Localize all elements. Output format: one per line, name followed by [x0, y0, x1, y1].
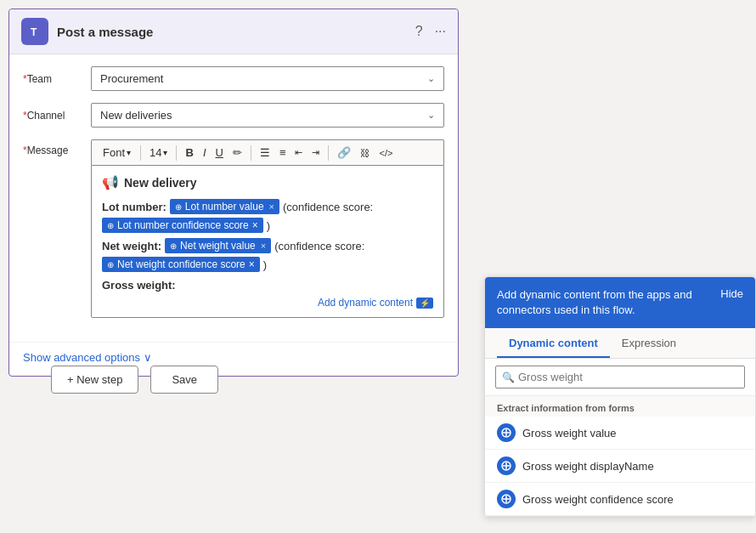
bullet-list-button[interactable]: ☰: [257, 145, 274, 161]
dynamic-content-panel: Add dynamic content from the apps and co…: [484, 276, 756, 517]
header-right: ? ···: [415, 24, 446, 39]
tab-dynamic-content[interactable]: Dynamic content: [497, 328, 610, 358]
net-value-globe-icon: ⊕: [170, 241, 177, 251]
net-close-paren: ): [263, 258, 267, 271]
team-select[interactable]: Procurement ⌄: [91, 66, 444, 91]
net-confidence-line: ⊕ Net weight confidence score × ): [102, 257, 433, 272]
message-editor-wrapper: Font ▾ 14 ▾ B I U ✏ ☰ ≡ ⇤: [91, 139, 444, 318]
link-button[interactable]: 🔗: [334, 145, 354, 161]
team-value: Procurement: [100, 72, 163, 85]
lot-value-text: Lot number value: [185, 201, 264, 213]
size-chevron-icon: ▾: [163, 148, 167, 157]
list-item[interactable]: Gross weight value: [485, 417, 755, 450]
announcement-text: New delivery: [124, 176, 197, 190]
list-item[interactable]: Gross weight displayName: [485, 450, 755, 483]
panel-section-label: Extract information from forms: [485, 396, 755, 417]
highlight-button[interactable]: ✏: [229, 145, 245, 161]
lot-close-paren: ): [267, 219, 270, 232]
add-dynamic-button[interactable]: Add dynamic content ⚡: [318, 297, 433, 309]
item-label-1: Gross weight value: [522, 427, 617, 439]
remove-link-button[interactable]: ⛓: [357, 146, 373, 160]
toolbar-sep-3: [251, 145, 251, 161]
header-left: T Post a message: [21, 18, 153, 45]
lot-confidence-globe-icon: ⊕: [107, 221, 114, 230]
new-step-label: + New step: [67, 373, 122, 386]
lot-confidence-tag: ⊕ Lot number confidence score ×: [102, 218, 263, 233]
panel-list: Extract information from forms Gross wei…: [485, 396, 755, 516]
search-input[interactable]: [495, 366, 745, 388]
new-step-button[interactable]: + New step: [51, 366, 138, 394]
panel-tabs: Dynamic content Expression: [485, 328, 755, 359]
font-size-label: 14: [150, 146, 161, 159]
net-weight-line: Net weight: ⊕ Net weight value × (confid…: [102, 238, 433, 253]
size-selector[interactable]: 14 ▾: [146, 145, 171, 161]
underline-button[interactable]: U: [212, 145, 227, 161]
panel-search-area: 🔍: [485, 359, 755, 396]
lot-value-close-icon[interactable]: ×: [269, 201, 274, 212]
card-title: Post a message: [57, 25, 153, 39]
font-chevron-icon: ▾: [127, 148, 131, 157]
font-selector[interactable]: Font ▾: [99, 144, 135, 162]
message-label: *Message: [23, 139, 91, 156]
net-confidence-globe-icon: ⊕: [107, 260, 114, 269]
net-value-tag: ⊕ Net weight value ×: [165, 238, 271, 253]
font-label: Font: [103, 146, 125, 159]
lot-number-line: Lot number: ⊕ Lot number value × (confid…: [102, 199, 433, 214]
toolbar-sep-4: [328, 145, 329, 161]
net-confidence-tag: ⊕ Net weight confidence score ×: [102, 257, 260, 272]
dynamic-badge-icon: ⚡: [416, 298, 433, 309]
teams-logo: T: [21, 18, 48, 45]
main-card: T Post a message ? ··· *Team Procurement…: [8, 9, 459, 377]
save-button[interactable]: Save: [150, 366, 218, 394]
editor-toolbar: Font ▾ 14 ▾ B I U ✏ ☰ ≡ ⇤: [91, 139, 444, 165]
message-row: *Message Font ▾ 14 ▾ B I: [23, 139, 444, 318]
channel-chevron-icon: ⌄: [427, 110, 435, 121]
channel-row: *Channel New deliveries ⌄: [23, 103, 444, 128]
panel-header-text: Add dynamic content from the apps and co…: [497, 287, 692, 318]
item-label-3: Gross weight confidence score: [522, 493, 674, 506]
net-value-text: Net weight value: [180, 240, 256, 252]
advanced-options-label: Show advanced options: [23, 351, 140, 364]
add-dynamic-row: Add dynamic content ⚡: [102, 297, 433, 309]
net-weight-label: Net weight:: [102, 240, 161, 252]
item-label-2: Gross weight displayName: [522, 460, 654, 473]
net-confidence-score-text: (confidence score:: [274, 240, 364, 252]
toolbar-sep-1: [140, 145, 141, 161]
team-chevron-icon: ⌄: [427, 73, 435, 84]
gross-weight-label: Gross weight:: [102, 279, 433, 292]
team-row: *Team Procurement ⌄: [23, 66, 444, 91]
confidence-score-text-1: (confidence score:: [283, 201, 373, 213]
item-icon-3: [497, 490, 516, 508]
toolbar-sep-2: [176, 145, 177, 161]
net-value-close-icon[interactable]: ×: [261, 241, 266, 251]
panel-header: Add dynamic content from the apps and co…: [485, 277, 755, 328]
italic-button[interactable]: I: [200, 145, 210, 161]
lot-confidence-line: ⊕ Lot number confidence score × ): [102, 218, 433, 233]
channel-label: *Channel: [23, 103, 91, 122]
more-options-icon[interactable]: ···: [435, 24, 446, 39]
help-icon[interactable]: ?: [415, 24, 423, 39]
lot-confidence-text: Lot number confidence score: [117, 219, 249, 231]
indent-button[interactable]: ⇥: [308, 145, 323, 160]
lot-confidence-close-icon[interactable]: ×: [252, 219, 258, 231]
tab-expression[interactable]: Expression: [610, 328, 688, 358]
net-confidence-close-icon[interactable]: ×: [249, 258, 255, 270]
net-confidence-text: Net weight confidence score: [117, 258, 245, 270]
bold-button[interactable]: B: [182, 145, 196, 161]
editor-announcement: 📢 New delivery: [102, 174, 433, 190]
panel-hide-button[interactable]: Hide: [720, 287, 743, 300]
number-list-button[interactable]: ≡: [276, 145, 290, 161]
lot-value-tag: ⊕ Lot number value ×: [170, 199, 279, 214]
lot-number-label: Lot number:: [102, 201, 166, 213]
lot-value-globe-icon: ⊕: [175, 202, 182, 212]
list-item[interactable]: Gross weight confidence score: [485, 483, 755, 516]
svg-text:T: T: [31, 26, 37, 38]
outdent-button[interactable]: ⇤: [291, 145, 306, 160]
editor-area[interactable]: 📢 New delivery Lot number: ⊕ Lot number …: [91, 165, 444, 318]
save-label: Save: [172, 373, 197, 386]
code-button[interactable]: </>: [375, 146, 396, 160]
bottom-actions: + New step Save: [51, 366, 218, 394]
channel-select[interactable]: New deliveries ⌄: [91, 103, 444, 128]
card-body: *Team Procurement ⌄ *Channel New deliver…: [9, 54, 458, 342]
channel-value: New deliveries: [100, 109, 172, 122]
